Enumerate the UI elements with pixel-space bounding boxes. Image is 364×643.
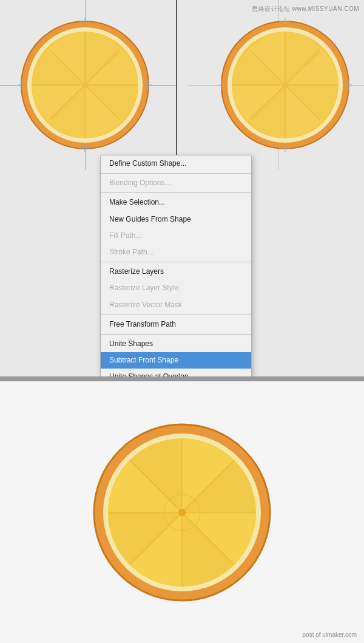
- menu-item-make-selection[interactable]: Make Selection...: [101, 194, 251, 211]
- menu-separator-4: [101, 315, 251, 315]
- menu-item-new-guides-from-shape[interactable]: New Guides From Shape: [101, 211, 251, 228]
- menu-item-rasterize-vector-mask: Rasterize Vector Mask: [101, 297, 251, 313]
- menu-item-define-custom-shape[interactable]: Define Custom Shape...: [101, 155, 251, 172]
- fruit-result: [91, 421, 273, 604]
- menu-item-subtract-front-shape[interactable]: Subtract Front Shape: [101, 352, 251, 369]
- menu-separator-5: [101, 334, 251, 335]
- menu-separator-3: [101, 262, 251, 262]
- top-canvas-section: 思络设计论坛 www.MISSYUAN.COM: [0, 0, 364, 376]
- context-menu: Define Custom Shape... Blending Options.…: [100, 155, 252, 376]
- menu-item-unite-shapes-at-overlap[interactable]: Unite Shapes at Overlap: [101, 369, 251, 376]
- menu-item-unite-shapes[interactable]: Unite Shapes: [101, 336, 251, 352]
- menu-item-blending-options: Blending Options...: [101, 175, 251, 191]
- menu-item-fill-path: Fill Path...: [101, 228, 251, 244]
- menu-separator-2: [101, 192, 251, 193]
- section-divider: [0, 376, 364, 381]
- menu-separator-1: [101, 173, 251, 174]
- svg-point-40: [178, 509, 186, 516]
- fruit-left: [18, 18, 152, 152]
- bottom-canvas-section: post of uimaker.com: [0, 381, 364, 643]
- menu-item-free-transform-path[interactable]: Free Transform Path: [101, 316, 251, 333]
- menu-item-rasterize-layer-style: Rasterize Layer Style: [101, 280, 251, 296]
- canvas-vertical-divider: [176, 0, 177, 170]
- menu-item-stroke-path: Stroke Path...: [101, 244, 251, 260]
- watermark: 思络设计论坛 www.MISSYUAN.COM: [252, 5, 359, 13]
- fruit-right: [218, 18, 352, 152]
- footer-text: post of uimaker.com: [303, 631, 357, 638]
- menu-item-rasterize-layers[interactable]: Rasterize Layers: [101, 264, 251, 280]
